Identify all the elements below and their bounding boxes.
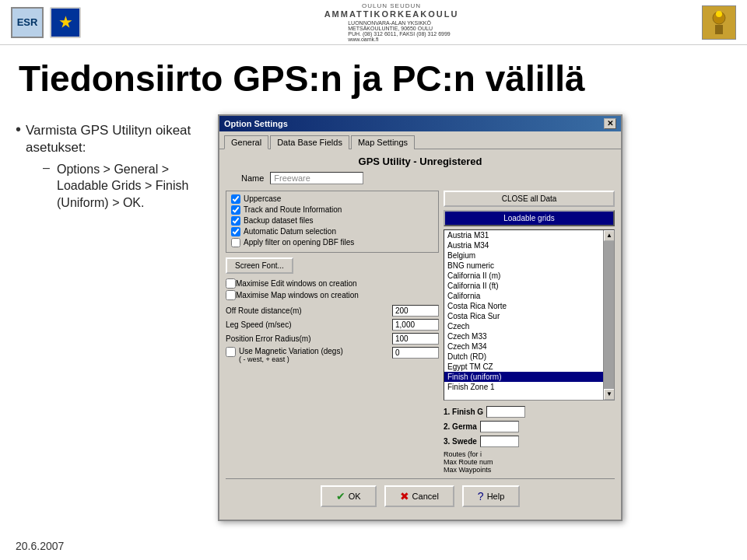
dialog-title: Option Settings	[224, 119, 288, 128]
header: ESR ★ OULUN SEUDUN AMMATTIKORKEAKOULU LU…	[0, 0, 747, 45]
checkbox-mag-var-input[interactable]	[226, 347, 236, 357]
name-label: Name	[241, 173, 264, 183]
footer-date: 20.6.2007	[16, 540, 64, 552]
numbered-item-3-label: 3. Swede	[444, 437, 477, 446]
field-position-error: Position Error Radius(m)	[226, 333, 439, 345]
name-input[interactable]: Freeware	[270, 172, 363, 184]
ok-button[interactable]: ✔ OK	[321, 485, 377, 507]
checkbox-backup-input[interactable]	[231, 216, 240, 226]
checkbox-uppercase-label: Uppercase	[244, 194, 281, 203]
list-item-california-ft[interactable]: California II (ft)	[444, 281, 603, 291]
checkbox-track-route-input[interactable]	[231, 205, 240, 215]
field-leg-speed: Leg Speed (m/sec)	[226, 319, 439, 331]
field-mag-var-sub: ( - west, + east )	[239, 355, 343, 363]
max-waypoints-label: Max Waypoints	[444, 466, 615, 474]
list-item-finish-uniform[interactable]: Finish (uniform)	[444, 372, 603, 382]
numbered-item-2-input[interactable]	[480, 421, 519, 432]
bullet-item: • Varmista GPS Utilityn oikeat asetukset…	[16, 122, 202, 215]
help-label: Help	[487, 492, 505, 501]
field-mag-var-text: Use Magnetic Variation (degs) ( - west, …	[239, 347, 343, 363]
close-all-button[interactable]: CLOSE all Data	[444, 191, 615, 207]
field-off-route-input[interactable]	[392, 305, 439, 317]
dialog-footer: ✔ OK ✖ Cancel ? Help	[226, 478, 615, 513]
list-item-czech-m33[interactable]: Czech M33	[444, 331, 603, 341]
list-item-dutch[interactable]: Dutch (RD)	[444, 352, 603, 362]
left-panel: • Varmista GPS Utilityn oikeat asetukset…	[16, 114, 202, 521]
scrollbar-track[interactable]	[604, 241, 614, 389]
checkbox-auto-datum: Automatic Datum selection	[231, 227, 433, 236]
checkbox-maximise-map-input[interactable]	[226, 290, 236, 300]
field-leg-speed-input[interactable]	[392, 319, 439, 331]
loadable-grids-button[interactable]: Loadable grids	[444, 210, 615, 226]
ok-label: OK	[349, 492, 361, 501]
field-off-route-label: Off Route distance(m)	[226, 306, 389, 315]
numbered-items: 1. Finish G 2. Germa	[444, 405, 615, 474]
checkbox-apply-filter: Apply filter on opening DBF files	[231, 238, 433, 247]
field-mag-var-input-val[interactable]	[392, 347, 439, 359]
list-item-czech[interactable]: Czech	[444, 321, 603, 331]
field-mag-var-label: Use Magnetic Variation (degs)	[239, 347, 343, 355]
checkbox-maximise-edit: Maximise Edit windows on creation	[226, 278, 439, 289]
cancel-button[interactable]: ✖ Cancel	[384, 485, 454, 507]
sub-list: – Options > General > Loadable Grids > F…	[43, 161, 202, 212]
tab-general[interactable]: General	[224, 135, 268, 149]
tab-map-settings[interactable]: Map Settings	[351, 135, 415, 149]
sub-text: Options > General > Loadable Grids > Fin…	[57, 161, 202, 212]
checkbox-track-route: Track and Route Information	[231, 205, 433, 215]
list-item-finish-zone1[interactable]: Finish Zone 1	[444, 382, 603, 392]
checkbox-backup-label: Backup dataset files	[244, 216, 314, 225]
sub-item: – Options > General > Loadable Grids > F…	[43, 161, 202, 212]
listbox-scrollbar[interactable]: ▲ ▼	[603, 230, 614, 400]
name-row: Name Freeware	[226, 172, 615, 184]
list-item-egypt[interactable]: Egypt TM CZ	[444, 362, 603, 372]
list-item-czech-m34[interactable]: Czech M34	[444, 341, 603, 352]
numbered-item-2-label: 2. Germa	[444, 422, 477, 431]
checkbox-backup: Backup dataset files	[231, 216, 433, 226]
list-item-california-m[interactable]: California II (m)	[444, 271, 603, 281]
checkboxes-group1: Uppercase Track and Route Information Ba…	[226, 191, 439, 253]
org-addr: METSÄKOULUNTIE, 90650 OULU	[348, 26, 451, 31]
checkbox-auto-datum-input[interactable]	[231, 227, 240, 236]
org-phone: PUH. (08) 312 6011, FAKSI (08) 312 6999	[348, 31, 451, 37]
numbered-item-1-label: 1. Finish G	[444, 408, 483, 416]
help-icon: ?	[478, 490, 484, 502]
field-leg-speed-label: Leg Speed (m/sec)	[226, 320, 389, 329]
list-item-costa-rica-sur[interactable]: Costa Rica Sur	[444, 311, 603, 321]
bullet-dot: •	[16, 121, 21, 138]
content-area: • Varmista GPS Utilityn oikeat asetukset…	[0, 107, 747, 529]
listbox[interactable]: Austria M31 Austria M34 Belgium BNG nume…	[444, 229, 615, 401]
dialog-close-button[interactable]: ✕	[604, 118, 616, 129]
listbox-inner: Austria M31 Austria M34 Belgium BNG nume…	[444, 230, 603, 392]
screen-font-button[interactable]: Screen Font...	[226, 257, 293, 274]
list-item-bng[interactable]: BNG numeric	[444, 261, 603, 271]
numbered-item-3: 3. Swede	[444, 436, 615, 447]
org-web: www.oamk.fi	[348, 37, 451, 42]
list-item-austria-m31[interactable]: Austria M31	[444, 230, 603, 240]
sub-dash: –	[43, 161, 52, 175]
field-position-error-input[interactable]	[392, 333, 439, 345]
tab-database-fields[interactable]: Data Base Fields	[270, 135, 349, 149]
list-item-belgium[interactable]: Belgium	[444, 250, 603, 261]
numbered-item-3-input[interactable]	[480, 436, 519, 447]
list-item-costa-rica-norte[interactable]: Costa Rica Norte	[444, 301, 603, 311]
right-panel: CLOSE all Data Loadable grids Austria M3…	[444, 191, 615, 474]
checkbox-maximise-map-label: Maximise Map windows on creation	[236, 291, 359, 299]
dialog-tabs: General Data Base Fields Map Settings	[219, 131, 621, 149]
field-mag-var: Use Magnetic Variation (degs) ( - west, …	[226, 347, 439, 363]
header-right	[702, 5, 736, 40]
oamk-main-text: AMMATTIKORKEAKOULU	[324, 9, 459, 19]
scrollbar-down-arrow[interactable]: ▼	[604, 389, 615, 400]
page-footer: 20.6.2007	[16, 540, 64, 552]
list-item-california[interactable]: California	[444, 291, 603, 301]
checkbox-apply-filter-input[interactable]	[231, 238, 240, 247]
help-button[interactable]: ? Help	[462, 485, 520, 507]
dialog-right: CLOSE all Data Loadable grids Austria M3…	[444, 191, 615, 474]
numbered-item-2: 2. Germa	[444, 421, 615, 432]
scrollbar-up-arrow[interactable]: ▲	[604, 230, 615, 241]
numbered-item-1-input[interactable]	[486, 406, 525, 418]
checkbox-maximise-edit-input[interactable]	[226, 278, 236, 289]
cancel-icon: ✖	[400, 490, 409, 502]
checkbox-apply-filter-label: Apply filter on opening DBF files	[244, 238, 354, 247]
checkbox-uppercase-input[interactable]	[231, 194, 240, 204]
list-item-austria-m34[interactable]: Austria M34	[444, 240, 603, 250]
